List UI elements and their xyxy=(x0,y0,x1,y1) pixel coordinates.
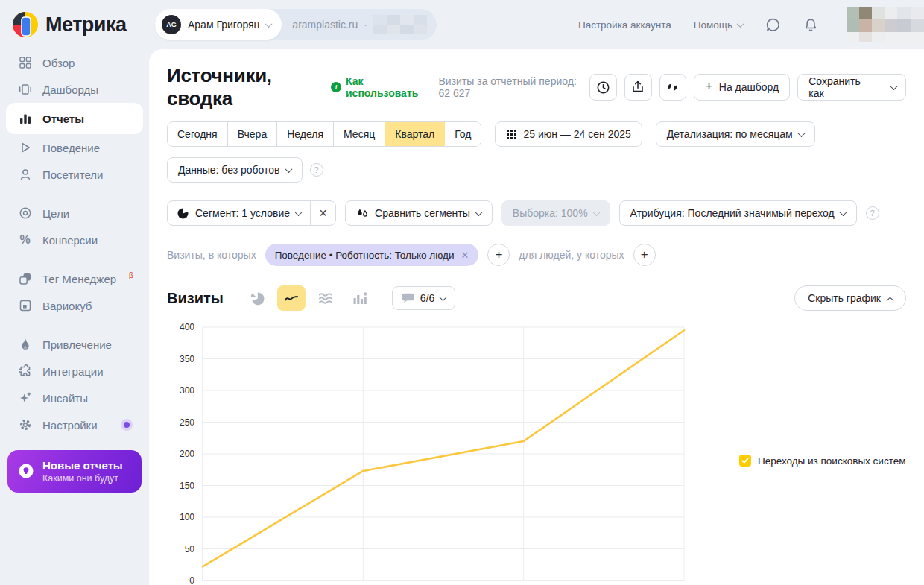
line-chart-icon xyxy=(284,292,299,304)
sidebar-item-tag-manager[interactable]: Тег Менеджер β xyxy=(0,265,149,292)
people-filter-label: для людей, у которых xyxy=(519,249,624,261)
detail-dropdown[interactable]: Детализация: по месяцам xyxy=(656,121,815,147)
chart-type-columns-button[interactable] xyxy=(346,285,374,311)
chevron-down-icon xyxy=(890,83,897,90)
tag-manager-icon xyxy=(18,272,32,286)
bell-icon xyxy=(803,17,818,33)
chevron-down-icon xyxy=(265,20,273,28)
banner-title: Новые отчеты xyxy=(42,459,123,473)
page-title: Источники, сводка xyxy=(167,64,320,110)
history-button[interactable] xyxy=(589,74,617,101)
sparkle-icon xyxy=(18,391,32,405)
tab-quarter[interactable]: Квартал xyxy=(385,122,445,146)
report-card: Источники, сводка i Как использовать Виз… xyxy=(149,49,924,585)
compare-segments-dropdown[interactable]: Сравнить сегменты xyxy=(345,200,493,226)
save-as-dropdown[interactable] xyxy=(882,75,905,100)
save-as-split-button: Сохранить как xyxy=(797,74,906,101)
check-icon xyxy=(741,456,750,465)
counter-domain[interactable]: aramplastic.ru · xyxy=(282,15,437,34)
sidebar-item-variocube[interactable]: Вариокуб xyxy=(0,292,149,319)
robotness-filter-chip[interactable]: Поведение • Роботность: Только люди ✕ xyxy=(265,244,479,266)
remove-filter-icon[interactable]: ✕ xyxy=(461,250,469,261)
sidebar-item-settings[interactable]: Настройки xyxy=(0,411,149,438)
svg-text:0: 0 xyxy=(189,575,194,585)
counter-domain-text: aramplastic.ru xyxy=(292,19,358,31)
notifications-button[interactable] xyxy=(803,17,818,33)
flame-icon xyxy=(18,338,32,352)
logo-text: Метрика xyxy=(45,13,127,37)
sidebar-item-insights[interactable]: Инсайты xyxy=(0,385,149,411)
add-people-filter-button[interactable]: + xyxy=(633,244,656,266)
segment-clear-button[interactable]: ✕ xyxy=(310,201,335,225)
date-range-button[interactable]: 25 июн — 24 сен 2025 xyxy=(495,121,642,147)
settings-notification-dot xyxy=(121,419,133,431)
sidebar-item-conversions[interactable]: % Конверсии xyxy=(0,227,149,253)
chart-type-pie-button[interactable] xyxy=(243,285,271,311)
add-to-dashboard-button[interactable]: + На дашборд xyxy=(694,74,790,101)
tab-yesterday[interactable]: Вчера xyxy=(228,122,278,146)
add-visit-filter-button[interactable]: + xyxy=(487,244,510,266)
svg-text:200: 200 xyxy=(180,449,194,459)
chevron-down-icon xyxy=(440,294,447,301)
plus-icon: + xyxy=(705,80,713,93)
attribution-dropdown[interactable]: Атрибуция: Последний значимый переход xyxy=(619,200,857,226)
info-icon: i xyxy=(331,81,341,93)
period-tabs: Сегодня Вчера Неделя Месяц Квартал Год xyxy=(167,121,481,147)
app-header: Метрика AG Арам Григорян aramplastic.ru … xyxy=(0,0,924,49)
quotes-icon xyxy=(666,80,680,94)
export-icon xyxy=(631,80,645,94)
svg-text:150: 150 xyxy=(180,481,194,491)
metrica-logo[interactable]: Метрика xyxy=(0,11,149,38)
tab-month[interactable]: Месяц xyxy=(334,122,385,146)
user-avatar-blurred[interactable] xyxy=(847,7,924,42)
legend-checkbox[interactable] xyxy=(739,455,751,467)
help-icon[interactable]: ? xyxy=(866,206,879,220)
save-as-button[interactable]: Сохранить как xyxy=(798,75,882,100)
metric-title: Визиты xyxy=(167,290,224,307)
help-icon[interactable]: ? xyxy=(310,163,323,177)
new-reports-banner[interactable]: Новые отчеты Какими они будут xyxy=(7,450,142,493)
tab-today[interactable]: Сегодня xyxy=(168,122,228,146)
annotations-dropdown[interactable]: 6/6 xyxy=(392,286,455,310)
sidebar-item-dashboards[interactable]: Дашборды xyxy=(0,76,149,103)
tab-week[interactable]: Неделя xyxy=(277,122,334,146)
area-chart-icon xyxy=(318,291,333,305)
segment-control: Сегмент: 1 условие ✕ xyxy=(167,200,336,226)
clock-icon xyxy=(596,80,610,95)
beta-badge: β xyxy=(129,271,133,279)
sidebar-item-behavior[interactable]: Поведение xyxy=(0,134,149,161)
chart-type-area-button[interactable] xyxy=(311,285,340,311)
banner-subtitle: Какими они будут xyxy=(42,473,123,484)
account-selector[interactable]: AG Арам Григорян xyxy=(155,9,282,40)
tab-year[interactable]: Год xyxy=(445,122,481,146)
hide-chart-button[interactable]: Скрыть график xyxy=(794,285,906,311)
help-menu[interactable]: Помощь xyxy=(694,19,743,31)
calendar-grid-icon xyxy=(506,129,517,140)
legend-item-search-traffic[interactable]: Переходы из поисковых систем xyxy=(739,455,905,467)
sidebar-item-integrations[interactable]: Интеграции xyxy=(0,358,149,385)
counter-switcher: AG Арам Григорян aramplastic.ru · xyxy=(155,9,437,40)
account-settings-link[interactable]: Настройка аккаунта xyxy=(578,19,671,31)
sidebar-item-reports[interactable]: Отчеты xyxy=(6,103,143,134)
segment-dropdown[interactable]: Сегмент: 1 условие xyxy=(168,201,310,225)
overview-icon xyxy=(18,56,32,70)
comments-button[interactable] xyxy=(659,74,687,101)
how-to-use-link[interactable]: i Как использовать xyxy=(331,75,426,99)
sampling-dropdown[interactable]: Выборка: 100% xyxy=(501,200,610,226)
period-visits-total: Визиты за отчётный период: 62 627 xyxy=(439,75,590,99)
data-mode-dropdown[interactable]: Данные: без роботов xyxy=(167,157,303,183)
sidebar-item-visitors[interactable]: Посетители xyxy=(0,161,149,188)
chevron-down-icon xyxy=(797,130,805,137)
chevron-down-icon xyxy=(475,209,482,216)
svg-text:100: 100 xyxy=(180,512,194,522)
columns-chart-icon xyxy=(352,291,367,305)
export-button[interactable] xyxy=(624,74,652,101)
sidebar-item-goals[interactable]: Цели xyxy=(0,200,149,227)
sidebar-item-attraction[interactable]: Привлечение xyxy=(0,331,149,358)
goals-icon xyxy=(18,206,32,221)
sidebar-item-overview[interactable]: Обзор xyxy=(0,49,149,76)
chat-button[interactable] xyxy=(765,17,781,33)
visits-line-chart[interactable]: 050100150200250300350400Июн 25Июл 25Авг … xyxy=(167,321,697,585)
chart-type-line-button[interactable] xyxy=(277,285,306,311)
droplets-icon xyxy=(356,207,369,220)
